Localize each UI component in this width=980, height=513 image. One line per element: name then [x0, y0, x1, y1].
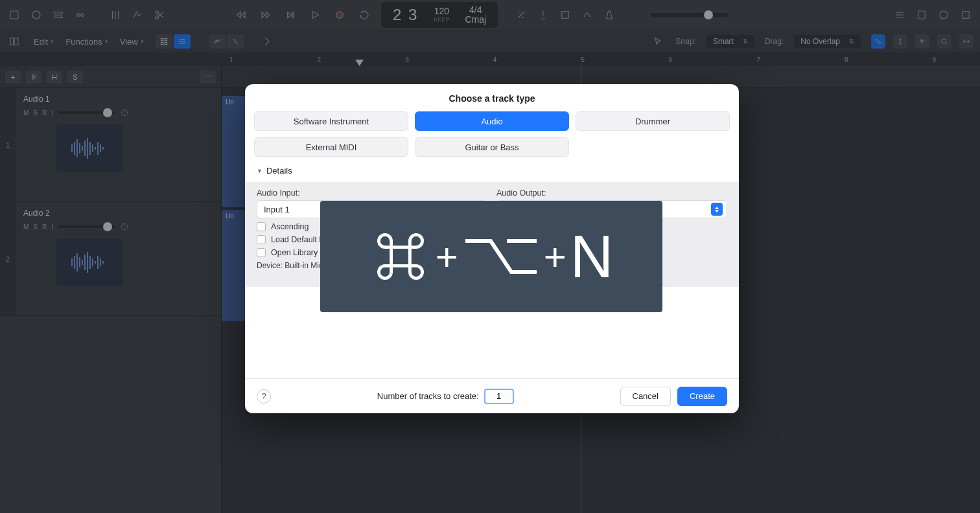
chevron-down-icon: ▼: [257, 168, 262, 174]
help-button[interactable]: ?: [257, 389, 271, 404]
type-software-instrument[interactable]: Software Instrument: [254, 111, 408, 131]
command-key-icon: [369, 225, 432, 288]
create-button[interactable]: Create: [677, 387, 727, 406]
details-disclosure[interactable]: ▼ Details: [245, 166, 739, 182]
dialog-footer: ? Number of tracks to create: Cancel Cre…: [245, 378, 739, 413]
plus-icon: +: [436, 234, 458, 279]
stepper-icon: [711, 203, 723, 216]
num-tracks-label: Number of tracks to create:: [377, 391, 479, 401]
n-key: N: [570, 227, 613, 286]
type-external-midi[interactable]: External MIDI: [254, 137, 408, 157]
audio-input-label: Audio Input:: [257, 188, 487, 198]
cancel-button[interactable]: Cancel: [620, 387, 671, 406]
option-key-icon: [462, 231, 540, 282]
type-drummer[interactable]: Drummer: [576, 111, 730, 131]
dialog-title: Choose a track type: [245, 84, 739, 111]
details-label: Details: [266, 166, 292, 176]
num-tracks-input[interactable]: [484, 389, 514, 404]
track-type-grid: Software Instrument Audio Drummer Extern…: [245, 111, 739, 166]
keyboard-shortcut-overlay: + + N: [320, 201, 662, 312]
audio-output-label: Audio Output:: [496, 188, 727, 198]
type-audio[interactable]: Audio: [415, 111, 569, 131]
plus-icon: +: [544, 234, 566, 279]
type-guitar-or-bass[interactable]: Guitar or Bass: [415, 137, 569, 157]
